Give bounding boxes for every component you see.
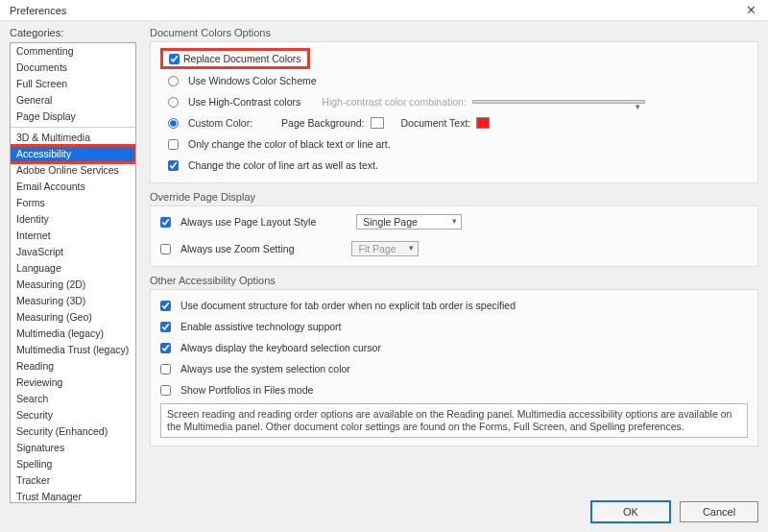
category-item-reviewing[interactable]: Reviewing: [11, 375, 135, 391]
always-layout-checkbox[interactable]: [160, 217, 171, 228]
ok-button[interactable]: OK: [591, 501, 670, 522]
page-background-label: Page Background:: [281, 117, 364, 129]
category-item-javascript[interactable]: JavaScript: [11, 244, 135, 260]
use-windows-color-radio[interactable]: [168, 76, 179, 86]
close-icon[interactable]: ✕: [740, 1, 762, 19]
only-black-label: Only change the color of black text or l…: [188, 138, 391, 150]
accessibility-note: Screen reading and reading order options…: [160, 403, 748, 438]
system-selection-color-label: Always use the system selection color: [180, 363, 350, 375]
group-title-document-colors: Document Colors Options: [150, 27, 758, 38]
group-override-page-display: Override Page Display Always use Page La…: [150, 191, 758, 267]
document-text-swatch[interactable]: [476, 117, 490, 129]
replace-doc-colors-label: Replace Document Colors: [183, 53, 301, 64]
category-item-measuring-2d-[interactable]: Measuring (2D): [11, 277, 135, 293]
tab-order-label: Use document structure for tab order whe…: [180, 300, 516, 311]
group-other-accessibility: Other Accessibility Options Use document…: [150, 275, 758, 447]
category-item-tracker[interactable]: Tracker: [11, 472, 135, 489]
always-layout-label: Always use Page Layout Style: [180, 216, 316, 228]
keyboard-cursor-checkbox[interactable]: [160, 343, 171, 353]
category-item-signatures[interactable]: Signatures: [11, 440, 135, 456]
assistive-tech-checkbox[interactable]: [160, 322, 171, 332]
use-high-contrast-radio[interactable]: [168, 97, 179, 108]
category-item-forms[interactable]: Forms: [11, 195, 135, 211]
category-item-general[interactable]: General: [11, 92, 135, 109]
category-item-full-screen[interactable]: Full Screen: [11, 76, 135, 92]
category-item-trust-manager[interactable]: Trust Manager: [11, 489, 135, 503]
category-item-documents[interactable]: Documents: [11, 60, 135, 76]
categories-list[interactable]: CommentingDocumentsFull ScreenGeneralPag…: [10, 42, 136, 503]
window-title: Preferences: [10, 5, 66, 16]
category-item-3d-multimedia[interactable]: 3D & Multimedia: [11, 130, 135, 146]
system-selection-color-checkbox[interactable]: [160, 364, 171, 375]
category-item-commenting[interactable]: Commenting: [11, 43, 135, 60]
category-item-internet[interactable]: Internet: [11, 228, 135, 244]
page-background-swatch[interactable]: [371, 117, 384, 129]
category-item-identity[interactable]: Identity: [11, 211, 135, 228]
category-item-language[interactable]: Language: [11, 260, 135, 277]
group-title-other: Other Accessibility Options: [150, 275, 758, 286]
categories-label: Categories:: [10, 27, 136, 38]
dialog-body: Categories: CommentingDocumentsFull Scre…: [0, 21, 768, 532]
zoom-select: Fit Page: [351, 241, 419, 256]
high-contrast-combo: [472, 100, 645, 104]
change-lineart-checkbox[interactable]: [168, 160, 179, 171]
category-item-email-accounts[interactable]: Email Accounts: [11, 179, 135, 195]
category-item-adobe-online-services[interactable]: Adobe Online Services: [11, 162, 135, 179]
change-lineart-label: Change the color of line art as well as …: [188, 159, 378, 171]
category-item-reading[interactable]: Reading: [11, 358, 135, 375]
category-item-measuring-3d-[interactable]: Measuring (3D): [11, 293, 135, 309]
dialog-buttons: OK Cancel: [150, 492, 758, 522]
keyboard-cursor-label: Always display the keyboard selection cu…: [180, 342, 381, 353]
portfolios-label: Show Portfolios in Files mode: [180, 384, 313, 396]
replace-doc-colors-highlight: Replace Document Colors: [160, 48, 310, 69]
category-item-page-display[interactable]: Page Display: [11, 109, 135, 125]
always-zoom-label: Always use Zoom Setting: [180, 243, 294, 254]
only-black-checkbox[interactable]: [168, 139, 179, 150]
category-item-security[interactable]: Security: [11, 407, 135, 423]
use-windows-color-label: Use Windows Color Scheme: [188, 75, 317, 86]
high-contrast-combo-label: High-contrast color combination:: [322, 96, 467, 108]
cancel-button[interactable]: Cancel: [680, 501, 758, 522]
category-item-measuring-geo-[interactable]: Measuring (Geo): [11, 309, 135, 326]
settings-panel: Document Colors Options Replace Document…: [136, 27, 758, 522]
category-item-multimedia-trust-legacy-[interactable]: Multimedia Trust (legacy): [11, 342, 135, 358]
always-zoom-checkbox[interactable]: [160, 244, 171, 254]
group-title-override: Override Page Display: [150, 191, 758, 203]
category-item-accessibility[interactable]: Accessibility: [11, 146, 135, 162]
use-high-contrast-label: Use High-Contrast colors: [188, 96, 300, 108]
group-document-colors: Document Colors Options Replace Document…: [150, 27, 758, 183]
document-text-label: Document Text:: [401, 117, 471, 129]
category-item-spelling[interactable]: Spelling: [11, 456, 135, 472]
titlebar: Preferences ✕: [0, 0, 768, 21]
replace-doc-colors-checkbox[interactable]: [169, 54, 180, 64]
portfolios-checkbox[interactable]: [160, 385, 171, 396]
custom-color-label: Custom Color:: [188, 117, 252, 129]
layout-style-select[interactable]: Single Page: [356, 214, 462, 230]
category-item-multimedia-legacy-[interactable]: Multimedia (legacy): [11, 326, 135, 342]
assistive-tech-label: Enable assistive technology support: [180, 321, 342, 332]
category-item-search[interactable]: Search: [11, 391, 135, 407]
categories-panel: Categories: CommentingDocumentsFull Scre…: [10, 27, 136, 522]
category-item-security-enhanced-[interactable]: Security (Enhanced): [11, 423, 135, 440]
custom-color-radio[interactable]: [168, 118, 179, 129]
tab-order-checkbox[interactable]: [160, 301, 171, 311]
